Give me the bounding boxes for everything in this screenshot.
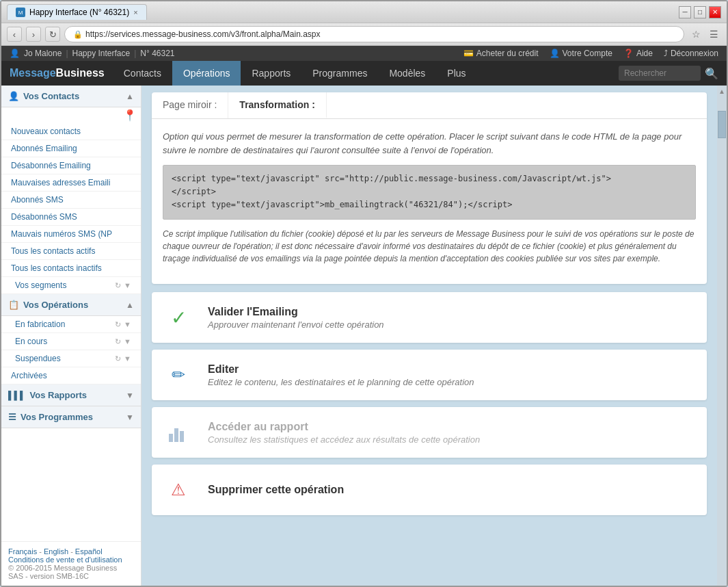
sidebar-item-archivees[interactable]: Archivées — [1, 367, 141, 384]
sidebar-item-contacts-actifs[interactable]: Tous les contacts actifs — [1, 243, 141, 260]
segments-controls: ↻ ▼ — [115, 281, 131, 290]
validate-subtitle: Approuver maintenant l'envoi cette opéra… — [208, 319, 384, 330]
expand-icon[interactable]: ▼ — [124, 320, 131, 329]
sidebar-item-en-fabrication[interactable]: En fabrication ↻ ▼ — [1, 316, 141, 333]
nav-contacts[interactable]: Contacts — [113, 61, 172, 86]
rapports-toggle-icon: ▼ — [126, 391, 134, 400]
sidebar-item-abonnes-sms[interactable]: Abonnés SMS — [1, 192, 141, 209]
top-bar-left: 👤 Jo Malone | Happy Interface | N° 46321 — [10, 49, 175, 58]
edit-title: Editer — [208, 363, 474, 376]
tab-transformation[interactable]: Transformation : — [228, 92, 326, 118]
sidebar-item-contacts-inactifs[interactable]: Tous les contacts inactifs — [1, 260, 141, 277]
en-cours-controls: ↻ ▼ — [115, 337, 131, 346]
forward-button[interactable]: › — [26, 27, 41, 42]
expand-icon[interactable]: ▼ — [124, 281, 131, 290]
rapports-icon: ▌▌▌ — [8, 391, 26, 400]
sidebar-section-operations[interactable]: 📋 Vos Opérations ▲ — [1, 294, 141, 316]
action-card-edit[interactable]: ✏ Editer Editez le contenu, les destinat… — [152, 350, 707, 400]
rapports-section-title: ▌▌▌ Vos Rapports — [8, 390, 87, 400]
transformation-card: Page miroir : Transformation : Option qu… — [152, 92, 707, 284]
logout-link[interactable]: ⤴ Déconnexion — [664, 49, 718, 58]
sidebar-item-mauvaises-adresses[interactable]: Mauvaises adresses Emaili — [1, 174, 141, 192]
browser-window: M Happy Interface (N° 46321) × ─ □ ✕ ‹ ›… — [0, 0, 728, 587]
conditions-link[interactable]: Conditions de vente et d'utilisation — [8, 556, 122, 564]
contacts-icon: 👤 — [8, 91, 19, 101]
expand-icon[interactable]: ▼ — [124, 354, 131, 363]
validate-icon: ✓ — [163, 302, 194, 333]
action-card-validate[interactable]: ✓ Valider l'Emailing Approuver maintenan… — [152, 292, 707, 343]
copyright-text: © 2006-2015 Message Business SAS - versi… — [8, 564, 134, 580]
code-line2: </script> — [172, 185, 687, 198]
content-area: 👤 Vos Contacts ▲ 📍 Nouveaux contacts Abo… — [1, 86, 727, 586]
sidebar-section-rapports[interactable]: ▌▌▌ Vos Rapports ▼ — [1, 384, 141, 406]
maximize-button[interactable]: □ — [694, 6, 706, 18]
sidebar-item-segments[interactable]: Vos segments ↻ ▼ — [1, 277, 141, 294]
nav-programmes[interactable]: Programmes — [301, 61, 378, 86]
tab-page-miroir[interactable]: Page miroir : — [152, 92, 228, 118]
transformation-note: Ce script implique l'utilisation du fich… — [163, 228, 696, 265]
operations-section-title: 📋 Vos Opérations — [8, 300, 88, 310]
contacts-section-title: 👤 Vos Contacts — [8, 91, 79, 101]
refresh-icon[interactable]: ↻ — [115, 320, 121, 329]
search-icon[interactable]: 🔍 — [705, 67, 718, 80]
delete-title: Supprimer cette opération — [208, 484, 344, 496]
sidebar-item-nouveaux-contacts[interactable]: Nouveaux contacts — [1, 123, 141, 140]
search-input[interactable] — [619, 66, 701, 81]
sidebar-item-desabonnes-sms[interactable]: Désabonnés SMS — [1, 209, 141, 226]
report-subtitle: Consultez les statistiques et accédez au… — [208, 434, 480, 445]
help-link[interactable]: ❓ Aide — [623, 49, 653, 58]
minimize-button[interactable]: ─ — [679, 6, 691, 18]
suspendues-controls: ↻ ▼ — [115, 354, 131, 363]
lang-es-link[interactable]: Español — [75, 547, 103, 556]
browser-tab[interactable]: M Happy Interface (N° 46321) × — [7, 4, 147, 20]
menu-button[interactable]: ☰ — [706, 27, 721, 42]
lang-fr-link[interactable]: Français — [8, 547, 37, 556]
scroll-up-arrow[interactable]: ▲ — [716, 86, 727, 97]
nav-modeles[interactable]: Modèles — [378, 61, 436, 86]
code-block[interactable]: <script type="text/javascript" src="http… — [163, 165, 696, 220]
code-line3: <script type="text/javascript">mb_emaili… — [172, 198, 687, 211]
sidebar-section-contacts[interactable]: 👤 Vos Contacts ▲ — [1, 86, 141, 107]
nav-plus[interactable]: Plus — [436, 61, 476, 86]
bookmark-button[interactable]: ☆ — [688, 27, 703, 42]
refresh-icon[interactable]: ↻ — [115, 337, 121, 346]
buy-credit-link[interactable]: 💳 Acheter du crédit — [463, 49, 539, 58]
delete-icon: ⚠ — [163, 474, 194, 506]
reload-button[interactable]: ↻ — [45, 27, 60, 42]
expand-icon[interactable]: ▼ — [124, 337, 131, 346]
separator1: | — [66, 49, 68, 58]
sidebar-item-desabonnes-emailing[interactable]: Désabonnés Emailing — [1, 157, 141, 174]
action-card-report: Accéder au rapport Consultez les statist… — [152, 407, 707, 458]
nav-rapports[interactable]: Rapports — [241, 61, 301, 86]
user-icon: 👤 — [10, 49, 20, 58]
map-pin-icon: 📍 — [123, 109, 137, 122]
sidebar-item-abonnes-emailing[interactable]: Abonnés Emailing — [1, 140, 141, 157]
my-account-link[interactable]: 👤 Votre Compte — [550, 49, 612, 58]
browser-action-buttons: ☆ ☰ — [688, 27, 721, 42]
refresh-icon[interactable]: ↻ — [115, 281, 121, 290]
operations-toggle-icon: ▲ — [126, 300, 134, 310]
tab-close-button[interactable]: × — [133, 8, 137, 16]
svg-rect-2 — [180, 431, 184, 442]
card-tabs: Page miroir : Transformation : — [152, 92, 707, 119]
logout-icon: ⤴ — [664, 49, 668, 58]
action-card-delete[interactable]: ⚠ Supprimer cette opération — [152, 465, 707, 515]
lang-en-link[interactable]: English — [44, 547, 68, 556]
svg-rect-1 — [174, 428, 178, 442]
nav-search: 🔍 — [619, 66, 727, 81]
refresh-icon[interactable]: ↻ — [115, 354, 121, 363]
scrollbar-thumb[interactable] — [718, 111, 726, 138]
sidebar-item-suspendues[interactable]: Suspendues ↻ ▼ — [1, 350, 141, 367]
sidebar-item-mauvais-numeros[interactable]: Mauvais numéros SMS (NP — [1, 226, 141, 243]
address-bar[interactable]: 🔒 https://services.message-business.com/… — [64, 26, 684, 42]
sidebar-section-programmes[interactable]: ☰ Vos Programmes ▼ — [1, 406, 141, 428]
nav-operations[interactable]: Opérations — [172, 61, 241, 86]
fabrication-controls: ↻ ▼ — [115, 320, 131, 329]
sidebar-item-en-cours[interactable]: En cours ↻ ▼ — [1, 333, 141, 350]
edit-icon: ✏ — [163, 359, 194, 391]
close-button[interactable]: ✕ — [709, 6, 721, 18]
transformation-description: Option qui vous permet de mesurer la tra… — [163, 130, 696, 157]
back-button[interactable]: ‹ — [7, 27, 22, 42]
report-title: Accéder au rapport — [208, 421, 480, 433]
report-icon — [163, 417, 194, 448]
